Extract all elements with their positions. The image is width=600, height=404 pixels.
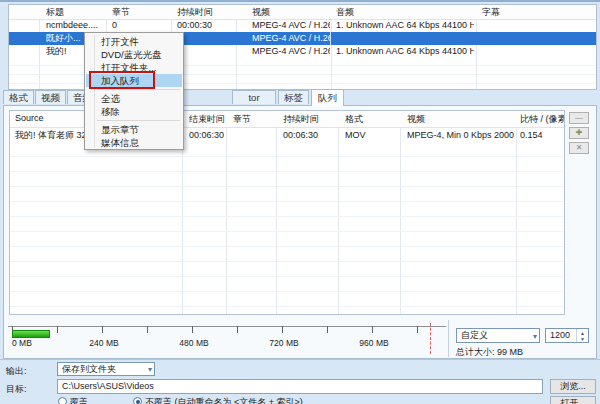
queue-end-time: 00:06:30 [189,128,224,142]
red-annotation-box [89,71,155,89]
tab-format[interactable]: 格式 [3,90,34,104]
clear-queue-button[interactable]: ✕ [569,142,589,154]
source-table-header: 标题 章节 持续时间 视频 音频 字幕 [9,5,596,20]
tab-queue[interactable]: 队列 [311,89,344,106]
col-title[interactable]: 标题 [46,6,64,19]
tab-video[interactable]: 视频 [35,90,66,104]
col-bits-per-pixel[interactable]: 比特 / (像素*帧 [520,113,564,126]
add-item-button[interactable]: ✚ [569,127,589,139]
menu-item-select-all[interactable]: 全选 [86,92,182,105]
tick-label: 960 MB [359,338,388,348]
tab-partial[interactable]: tor [232,90,276,104]
overwrite-radio[interactable]: 覆盖 [58,396,88,404]
open-button[interactable]: 打开... [550,396,596,404]
menu-item-dvd-bluray[interactable]: DVD/蓝光光盘 [86,48,182,61]
size-value: 1200 [550,330,570,340]
overwrite-label: 覆盖 [70,397,88,404]
radio-selected-icon [133,397,142,404]
queue-format: MOV [345,128,366,142]
col-video[interactable]: 视频 [252,6,270,19]
size-preset-select[interactable]: 自定义 ▾ [456,328,540,343]
target-label: 目标: [6,383,27,396]
table-row[interactable]: ncmbdeee.... 0 00:00:30 MPEG-4 AVC / H.2… [9,19,596,32]
chevron-down-icon: ▾ [148,364,152,376]
col-audio[interactable]: 音频 [336,6,354,19]
menu-item-show-chapters[interactable]: 显示章节 [86,123,182,136]
no-overwrite-label: 不覆盖 (自动重命名为 <文件名 + 索引>) [145,397,303,404]
tick-label: 480 MB [179,338,208,348]
output-mode-select[interactable]: 保存到文件夹 ▾ [57,362,155,376]
row-video: MPEG-4 AVC / H.264 25.0... [252,19,330,32]
timeline-ticks [12,326,436,333]
row-chapter: 0 [112,19,117,32]
no-overwrite-radio[interactable]: 不覆盖 (自动重命名为 <文件名 + 索引>) [133,396,303,404]
chevron-down-icon: ▾ [533,330,537,343]
tab-tags[interactable]: 标签 [278,90,309,104]
size-value-stepper[interactable]: 1200 ▲▼ [545,328,589,343]
menu-separator [97,120,180,121]
col-source[interactable]: Source [15,113,44,123]
col-subtitle[interactable]: 字幕 [482,6,500,19]
progress-bar [12,330,50,338]
tick-label: 240 MB [89,338,118,348]
row-video: MPEG-4 AVC / H.264 25.0... [252,32,331,45]
divider [448,320,449,357]
menu-item-open-file[interactable]: 打开文件 [86,35,182,48]
col-video[interactable]: 视频 [407,113,425,126]
tick-label: 720 MB [269,338,298,348]
queue-duration: 00:06:30 [283,128,318,142]
target-path-input[interactable]: C:\Users\ASUS\Videos [57,379,543,394]
empty-rows [10,142,564,314]
queue-bits: 0.154 [520,128,543,142]
context-menu: 打开文件 DVD/蓝光光盘 打开文件夹... 加入队列 全选 移除 显示章节 媒… [84,32,184,150]
col-chapter[interactable]: 章节 [233,113,251,126]
target-path-value: C:\Users\ASUS\Videos [62,381,154,391]
row-audio: 1. Unknown AAC 64 Kbps 44100 Hz ... [336,19,474,32]
output-mode-value: 保存到文件夹 [62,364,116,374]
browse-button[interactable]: 浏览... [550,379,596,394]
menu-separator [97,89,180,90]
col-duration[interactable]: 持续时间 [283,113,319,126]
col-format[interactable]: 格式 [345,113,363,126]
col-end-time[interactable]: 结束时间 [189,113,225,126]
remove-item-button[interactable]: — [569,112,589,124]
total-size-label: 总计大小: 99 MB [456,346,523,359]
size-preset-value: 自定义 [461,330,488,340]
menu-item-remove[interactable]: 移除 [86,105,182,118]
queue-video: MPEG-4, Min 0 Kbps 2000 Kbps Max ... [407,128,515,142]
size-limit-marker[interactable] [430,323,431,354]
col-chapter[interactable]: 章节 [112,6,130,19]
close-icon: ✕ [576,143,583,152]
row-title: ncmbdeee.... [46,19,110,32]
plus-icon: ✚ [576,128,583,137]
radio-unselected-icon [58,397,67,404]
tick-label: 0 MB [12,338,32,348]
spinner-down-icon: ▼ [580,336,585,342]
minus-icon: — [575,113,583,122]
col-duration[interactable]: 持续时间 [177,6,213,19]
row-duration: 00:00:30 [177,19,212,32]
menu-item-media-info[interactable]: 媒体信息 [86,136,182,149]
output-label: 输出: [6,365,27,378]
